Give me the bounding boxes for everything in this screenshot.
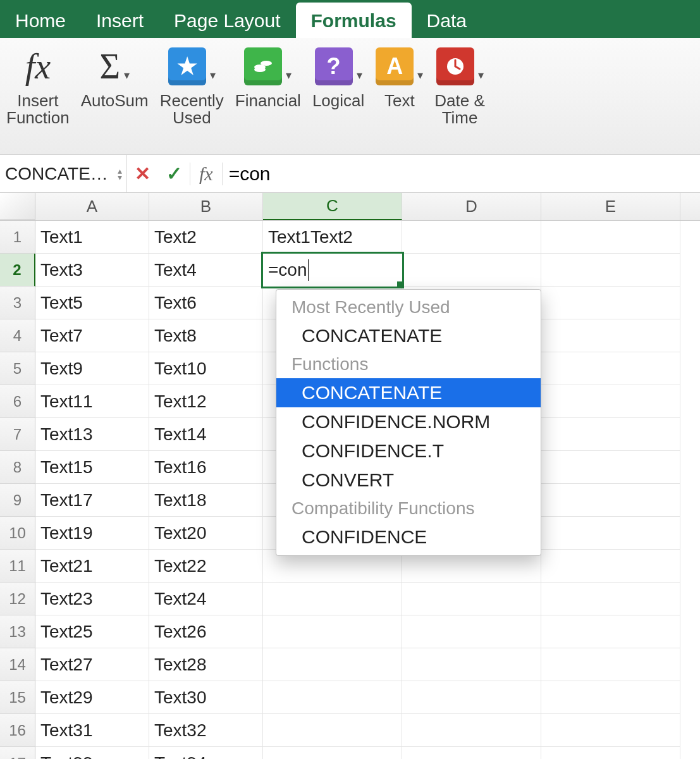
cell[interactable]: Text2 xyxy=(149,221,263,254)
cell[interactable] xyxy=(263,747,402,759)
cell[interactable]: Text3 xyxy=(35,254,149,287)
autocomplete-item[interactable]: CONCATENATE xyxy=(276,378,541,407)
row-header[interactable]: 6 xyxy=(0,385,35,418)
cell[interactable]: Text13 xyxy=(35,418,149,451)
cell[interactable]: Text27 xyxy=(35,648,149,681)
cell[interactable]: Text33 xyxy=(35,747,149,759)
cell[interactable] xyxy=(402,254,541,287)
cell[interactable]: Text15 xyxy=(35,451,149,484)
financial-button[interactable]: ▾ Financial xyxy=(235,44,301,109)
cell[interactable]: Text23 xyxy=(35,583,149,615)
cell[interactable] xyxy=(541,747,680,759)
accept-button[interactable]: ✓ xyxy=(158,163,190,185)
row-header[interactable]: 5 xyxy=(0,352,35,385)
cell[interactable]: Text7 xyxy=(35,319,149,352)
name-box[interactable]: CONCATE… ▴▾ xyxy=(0,155,126,192)
cell[interactable]: Text24 xyxy=(149,583,263,615)
col-header-C[interactable]: C xyxy=(263,193,402,220)
cell[interactable] xyxy=(541,517,680,550)
cell[interactable] xyxy=(263,583,402,615)
cell[interactable]: Text9 xyxy=(35,352,149,385)
tab-insert[interactable]: Insert xyxy=(81,3,159,38)
cell[interactable]: Text21 xyxy=(35,550,149,583)
cell[interactable] xyxy=(541,648,680,681)
fx-icon[interactable]: fx xyxy=(190,163,222,185)
cell[interactable] xyxy=(541,221,680,254)
row-header[interactable]: 14 xyxy=(0,648,35,681)
chevron-down-icon[interactable]: ▾ xyxy=(210,70,216,82)
cell[interactable]: Text16 xyxy=(149,451,263,484)
cell[interactable] xyxy=(541,615,680,648)
row-header[interactable]: 9 xyxy=(0,484,35,517)
tab-data[interactable]: Data xyxy=(412,3,482,38)
row-header[interactable]: 15 xyxy=(0,681,35,714)
cell[interactable]: Text30 xyxy=(149,681,263,714)
cell[interactable]: Text34 xyxy=(149,747,263,759)
autosum-button[interactable]: Σ▾ AutoSum xyxy=(81,44,149,109)
name-box-stepper[interactable]: ▴▾ xyxy=(118,168,122,180)
cell[interactable]: Text19 xyxy=(35,517,149,550)
cell[interactable] xyxy=(541,385,680,418)
row-header[interactable]: 7 xyxy=(0,418,35,451)
formula-autocomplete[interactable]: Most Recently UsedCONCATENATEFunctionsCO… xyxy=(276,289,541,556)
text-button[interactable]: A▾ Text xyxy=(376,44,423,109)
cell[interactable] xyxy=(402,648,541,681)
chevron-down-icon[interactable]: ▾ xyxy=(357,70,362,82)
formula-input[interactable] xyxy=(223,163,700,185)
cell[interactable] xyxy=(541,484,680,517)
select-all-triangle[interactable] xyxy=(0,193,35,220)
cell[interactable] xyxy=(402,221,541,254)
date-time-button[interactable]: ▾ Date & Time xyxy=(434,44,485,127)
col-header-A[interactable]: A xyxy=(35,193,149,220)
row-header[interactable]: 4 xyxy=(0,319,35,352)
cell[interactable]: Text14 xyxy=(149,418,263,451)
chevron-down-icon[interactable]: ▾ xyxy=(286,70,292,82)
cell[interactable]: Text10 xyxy=(149,352,263,385)
cell[interactable]: Text1 xyxy=(35,221,149,254)
cell[interactable] xyxy=(541,352,680,385)
cell[interactable] xyxy=(541,287,680,319)
chevron-down-icon[interactable]: ▾ xyxy=(124,70,130,82)
cell[interactable]: Text18 xyxy=(149,484,263,517)
cell[interactable] xyxy=(541,319,680,352)
autocomplete-item[interactable]: CONCATENATE xyxy=(276,321,541,350)
cell[interactable] xyxy=(402,681,541,714)
tab-page-layout[interactable]: Page Layout xyxy=(159,3,295,38)
row-header[interactable]: 10 xyxy=(0,517,35,550)
chevron-down-icon[interactable]: ▾ xyxy=(417,70,423,82)
cell[interactable] xyxy=(263,681,402,714)
cell[interactable]: Text1Text2 xyxy=(263,221,402,254)
row-header[interactable]: 11 xyxy=(0,550,35,583)
cell[interactable]: Text26 xyxy=(149,615,263,648)
cancel-button[interactable]: ✕ xyxy=(126,163,158,185)
cell[interactable]: Text32 xyxy=(149,714,263,747)
cell[interactable]: Text29 xyxy=(35,681,149,714)
cell[interactable] xyxy=(541,583,680,615)
cell[interactable]: Text31 xyxy=(35,714,149,747)
col-header-D[interactable]: D xyxy=(402,193,541,220)
cell[interactable]: Text12 xyxy=(149,385,263,418)
cell[interactable] xyxy=(541,550,680,583)
autocomplete-item[interactable]: CONVERT xyxy=(276,466,541,495)
tab-formulas[interactable]: Formulas xyxy=(296,3,412,38)
cell[interactable] xyxy=(263,714,402,747)
cell[interactable] xyxy=(541,254,680,287)
cell[interactable] xyxy=(541,418,680,451)
autocomplete-item[interactable]: CONFIDENCE.T xyxy=(276,436,541,466)
cell[interactable] xyxy=(541,714,680,747)
cell[interactable] xyxy=(402,714,541,747)
col-header-B[interactable]: B xyxy=(149,193,263,220)
cell[interactable]: Text6 xyxy=(149,287,263,319)
cell[interactable]: Text20 xyxy=(149,517,263,550)
cell[interactable]: Text17 xyxy=(35,484,149,517)
row-header[interactable]: 2 xyxy=(0,254,35,287)
insert-function-button[interactable]: fx Insert Function xyxy=(6,44,70,127)
cell[interactable]: Text5 xyxy=(35,287,149,319)
col-header-E[interactable]: E xyxy=(541,193,680,220)
cell[interactable] xyxy=(402,583,541,615)
autocomplete-item[interactable]: CONFIDENCE.NORM xyxy=(276,407,541,436)
autocomplete-item[interactable]: CONFIDENCE xyxy=(276,522,541,552)
cell[interactable]: Text8 xyxy=(149,319,263,352)
active-cell-editor[interactable]: =con xyxy=(263,254,402,287)
row-header[interactable]: 16 xyxy=(0,714,35,747)
